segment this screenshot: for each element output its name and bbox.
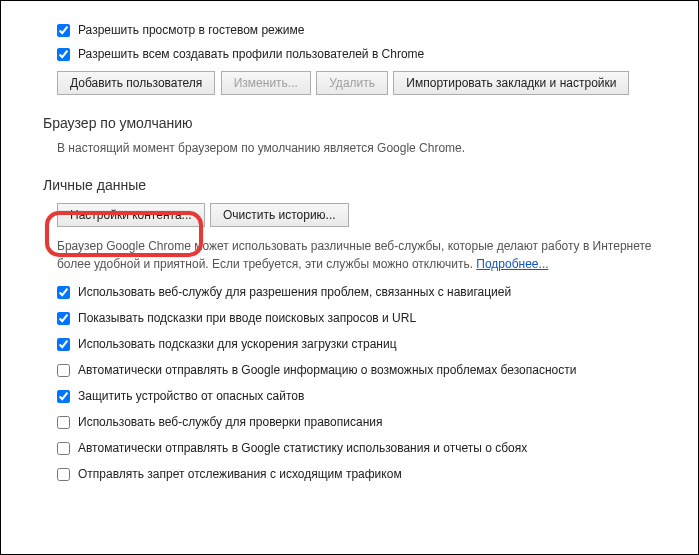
privacy-opt-row-7: Отправлять запрет отслеживания с исходящ… [57, 467, 698, 481]
default-browser-text: В настоящий момент браузером по умолчани… [57, 139, 698, 157]
learn-more-link[interactable]: Подробнее... [476, 257, 548, 271]
privacy-opt-checkbox-4[interactable] [57, 390, 70, 403]
privacy-opt-checkbox-3[interactable] [57, 364, 70, 377]
privacy-opt-label-7: Отправлять запрет отслеживания с исходящ… [78, 467, 402, 481]
allow-guest-row: Разрешить просмотр в гостевом режиме [57, 23, 698, 37]
privacy-opt-checkbox-0[interactable] [57, 286, 70, 299]
privacy-heading: Личные данные [43, 177, 698, 193]
privacy-checkbox-list: Использовать веб-службу для разрешения п… [57, 285, 698, 481]
allow-create-profiles-label: Разрешить всем создавать профили пользов… [78, 47, 424, 61]
delete-user-button: Удалить [316, 71, 388, 95]
privacy-opt-row-6: Автоматически отправлять в Google статис… [57, 441, 698, 455]
privacy-description: Браузер Google Chrome может использовать… [57, 237, 698, 273]
privacy-buttons-row: Настройки контента... Очистить историю..… [57, 203, 698, 227]
privacy-opt-row-0: Использовать веб-службу для разрешения п… [57, 285, 698, 299]
privacy-opt-checkbox-2[interactable] [57, 338, 70, 351]
privacy-opt-checkbox-6[interactable] [57, 442, 70, 455]
content-settings-button[interactable]: Настройки контента... [57, 203, 205, 227]
privacy-opt-label-4: Защитить устройство от опасных сайтов [78, 389, 304, 403]
allow-guest-checkbox[interactable] [57, 24, 70, 37]
edit-user-button: Изменить... [221, 71, 311, 95]
privacy-opt-checkbox-5[interactable] [57, 416, 70, 429]
privacy-opt-label-0: Использовать веб-службу для разрешения п… [78, 285, 511, 299]
allow-guest-label: Разрешить просмотр в гостевом режиме [78, 23, 304, 37]
privacy-opt-checkbox-7[interactable] [57, 468, 70, 481]
default-browser-heading: Браузер по умолчанию [43, 115, 698, 131]
privacy-opt-label-2: Использовать подсказки для ускорения заг… [78, 337, 397, 351]
clear-history-button[interactable]: Очистить историю... [210, 203, 349, 227]
privacy-opt-label-3: Автоматически отправлять в Google информ… [78, 363, 576, 377]
allow-create-profiles-row: Разрешить всем создавать профили пользов… [57, 47, 698, 61]
privacy-opt-row-1: Показывать подсказки при вводе поисковых… [57, 311, 698, 325]
privacy-opt-row-4: Защитить устройство от опасных сайтов [57, 389, 698, 403]
import-bookmarks-button[interactable]: Импортировать закладки и настройки [393, 71, 629, 95]
add-user-button[interactable]: Добавить пользователя [57, 71, 215, 95]
privacy-opt-checkbox-1[interactable] [57, 312, 70, 325]
allow-create-profiles-checkbox[interactable] [57, 48, 70, 61]
privacy-opt-label-6: Автоматически отправлять в Google статис… [78, 441, 527, 455]
privacy-opt-row-5: Использовать веб-службу для проверки пра… [57, 415, 698, 429]
user-buttons-row: Добавить пользователя Изменить... Удалит… [57, 71, 698, 95]
privacy-opt-label-1: Показывать подсказки при вводе поисковых… [78, 311, 416, 325]
privacy-opt-row-3: Автоматически отправлять в Google информ… [57, 363, 698, 377]
privacy-opt-row-2: Использовать подсказки для ускорения заг… [57, 337, 698, 351]
privacy-opt-label-5: Использовать веб-службу для проверки пра… [78, 415, 382, 429]
